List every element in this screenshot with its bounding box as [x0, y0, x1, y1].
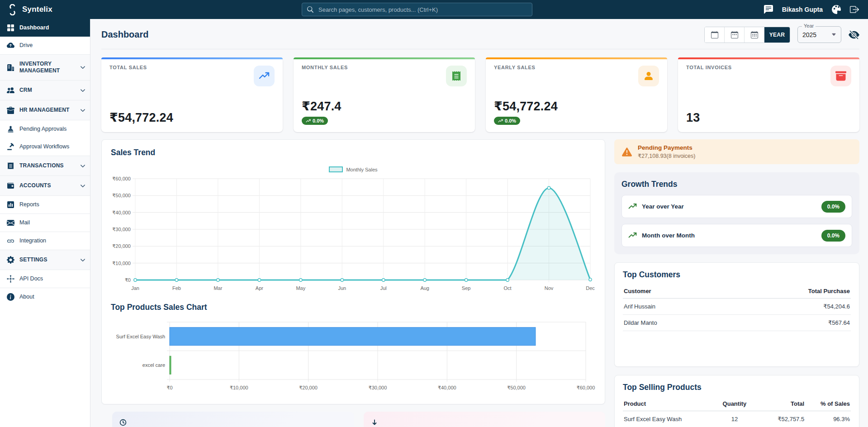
sidebar-item-mail[interactable]: Mail [0, 214, 90, 232]
sidebar-item-label: Reports [19, 201, 39, 209]
range-week-button[interactable] [725, 27, 745, 43]
cloud-upload-icon [7, 42, 14, 49]
range-day-button[interactable] [705, 27, 725, 43]
brand-name: Syntelix [22, 5, 52, 14]
sidebar-item-drive[interactable]: Drive [0, 37, 90, 54]
chat-icon[interactable] [764, 5, 773, 14]
pending-payments-title: Pending Payments [638, 144, 695, 151]
logout-icon[interactable] [850, 5, 859, 14]
svg-text:Surf Excel Easy Wash: Surf Excel Easy Wash [116, 334, 165, 339]
svg-text:May: May [296, 285, 305, 291]
svg-text:Sep: Sep [462, 285, 471, 291]
eye-off-icon[interactable] [849, 29, 859, 40]
stat-card-icon-chip [638, 66, 659, 86]
svg-text:₹60,000: ₹60,000 [577, 385, 595, 390]
svg-text:Jun: Jun [338, 285, 346, 291]
sidebar-item-hr-management[interactable]: HR MANAGEMENT [0, 100, 90, 120]
stat-card-icon-chip [254, 66, 275, 86]
product-total: ₹52,757.5 [755, 411, 805, 427]
sidebar-item-label: Mail [19, 219, 30, 227]
sales-trend-line-chart: ₹0₹10,000₹20,000₹30,000₹40,000₹50,000₹60… [111, 173, 596, 294]
sidebar-item-label: INVENTORY MANAGEMENT [19, 61, 75, 74]
user-name[interactable]: Bikash Gupta [782, 6, 823, 13]
growth-row-label: Month over Month [642, 232, 695, 239]
clock-icon [119, 419, 127, 426]
card-accent-strip [294, 57, 475, 59]
svg-text:Oct: Oct [504, 285, 512, 291]
svg-text:Feb: Feb [172, 285, 181, 291]
card-accent-strip [101, 57, 283, 59]
brand: Syntelix [0, 4, 90, 15]
svg-text:Dec: Dec [586, 285, 595, 291]
search-input[interactable] [318, 6, 527, 14]
sidebar-item-inventory-management[interactable]: INVENTORY MANAGEMENT [0, 54, 90, 80]
svg-text:₹50,000: ₹50,000 [112, 193, 131, 198]
theme-palette-icon[interactable] [832, 5, 841, 14]
customer-name: Arif Hussain [623, 299, 725, 315]
date-range-group: YEAR [704, 27, 790, 43]
sidebar-item-accounts[interactable]: ACCOUNTS [0, 176, 90, 195]
column-header: Product [623, 397, 714, 411]
svg-text:₹0: ₹0 [125, 277, 131, 283]
svg-text:₹10,000: ₹10,000 [112, 261, 131, 266]
trending-up-icon [498, 119, 503, 123]
stat-card-icon-chip [830, 66, 851, 86]
briefcase-icon [7, 106, 14, 114]
trending-up-icon [259, 71, 270, 81]
wallet-icon [7, 182, 14, 190]
receipt-icon [451, 71, 462, 81]
sidebar-item-integration[interactable]: Integration [0, 232, 90, 250]
sidebar-item-reports[interactable]: Reports [0, 195, 90, 214]
brand-logo-icon [7, 4, 18, 15]
sidebar-item-label: Pending Approvals [19, 126, 66, 133]
svg-text:Mar: Mar [213, 285, 222, 291]
sidebar-item-about[interactable]: About [0, 288, 90, 306]
bottom-right-card [364, 412, 606, 427]
column-header: % of Sales [805, 397, 851, 411]
bar-chart-icon [7, 201, 14, 209]
svg-text:₹40,000: ₹40,000 [112, 210, 131, 215]
svg-text:excel care: excel care [142, 362, 165, 368]
sales-trend-chart: ₹0₹10,000₹20,000₹30,000₹40,000₹50,000₹60… [111, 173, 596, 296]
range-year-button[interactable]: YEAR [764, 27, 790, 43]
sidebar-item-dashboard[interactable]: Dashboard [0, 19, 90, 37]
table-row: Surf Excel Easy Wash12₹52,757.596.3% [623, 411, 851, 427]
sidebar-item-crm[interactable]: CRM [0, 80, 90, 100]
year-select-value: 2025 [802, 31, 816, 38]
stat-card-icon-chip [446, 66, 467, 86]
svg-text:Jan: Jan [131, 285, 139, 291]
top-products-chart: ₹0₹10,000₹20,000₹30,000₹40,000₹50,000₹60… [111, 318, 596, 395]
sidebar-item-settings[interactable]: SETTINGS [0, 250, 90, 270]
archive-icon [835, 71, 846, 81]
top-selling-title: Top Selling Products [623, 383, 851, 392]
chevron-down-icon [80, 163, 85, 169]
growth-row-value-pill: 0.0% [821, 230, 845, 242]
stat-card-label: MONTHLY SALES [302, 65, 467, 70]
sidebar-item-label: Dashboard [19, 24, 49, 32]
range-month-button[interactable] [745, 27, 764, 43]
year-select[interactable]: Year 2025 [797, 26, 841, 43]
stat-card-value: ₹247.4 [302, 99, 467, 114]
svg-text:₹30,000: ₹30,000 [112, 227, 131, 232]
growth-badge-value: 0.0% [505, 118, 516, 123]
chart-legend[interactable]: Monthly Sales [111, 166, 596, 172]
pending-payments-alert: Pending Payments ₹27,108.93(8 invoices) [614, 139, 859, 164]
column-header: Quantity [714, 397, 755, 411]
product-quantity: 12 [714, 411, 755, 427]
legend-label: Monthly Sales [346, 167, 377, 172]
topbar: Syntelix Bikash Gupta [0, 0, 868, 19]
sidebar-item-transactions[interactable]: TRANSACTIONS [0, 156, 90, 176]
sidebar-item-api-docs[interactable]: API Docs [0, 270, 90, 288]
svg-text:₹10,000: ₹10,000 [230, 385, 248, 390]
calendar-week-icon [731, 31, 738, 38]
svg-text:₹30,000: ₹30,000 [369, 385, 387, 390]
pending-payments-detail: ₹27,108.93(8 invoices) [638, 152, 695, 159]
sidebar-item-pending-approvals[interactable]: Pending Approvals [0, 120, 90, 138]
people-icon [7, 86, 14, 94]
svg-text:Apr: Apr [256, 285, 263, 291]
card-accent-strip [486, 57, 667, 59]
sidebar-item-approval-workflows[interactable]: Approval Workflows [0, 138, 90, 156]
svg-text:₹50,000: ₹50,000 [507, 385, 526, 390]
svg-text:₹0: ₹0 [166, 385, 172, 390]
chevron-down-icon [80, 183, 85, 189]
